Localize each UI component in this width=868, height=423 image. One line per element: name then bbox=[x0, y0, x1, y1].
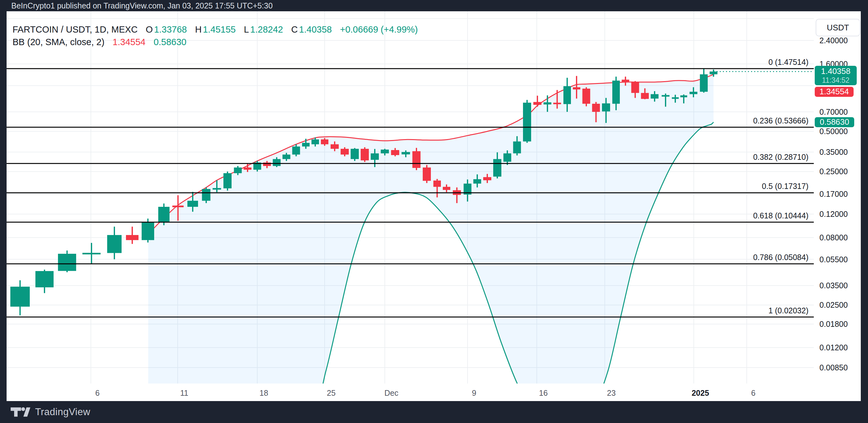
bb-lower-value: 0.58630 bbox=[154, 37, 186, 47]
fib-level-label: 0.5 (0.17317) bbox=[762, 182, 808, 191]
bar-countdown: 11:34:52 bbox=[822, 76, 849, 84]
price-tick-label: 0.01800 bbox=[819, 320, 848, 329]
candle-nov-28 bbox=[351, 148, 359, 161]
time-axis-label: 6 bbox=[751, 389, 755, 398]
ohlc-low: L1.28242 bbox=[244, 25, 283, 35]
chart-legend: FARTCOIN / USDT, 1D, MEXC O1.33768 H1.45… bbox=[12, 25, 418, 50]
attribution-text: BeInCrypto1 published on TradingView.com… bbox=[11, 1, 273, 10]
bb-lower-badge: 0.58630 bbox=[815, 117, 854, 127]
fib-level-label: 1 (0.02032) bbox=[768, 306, 808, 315]
last-price-value: 1.40358 bbox=[821, 67, 850, 76]
tradingview-logo-text[interactable]: TradingView bbox=[35, 406, 90, 418]
price-tick-label: 0.03500 bbox=[819, 281, 848, 290]
plot-area[interactable] bbox=[7, 11, 814, 401]
bb-upper-value: 1.34554 bbox=[113, 37, 146, 47]
change-value: +0.06669 (+4.99%) bbox=[340, 25, 418, 35]
chart-surface[interactable]: 2.400001.600000.700000.500000.350000.250… bbox=[7, 11, 861, 401]
time-axis-label: 16 bbox=[539, 389, 548, 398]
price-tick-label: 0.05500 bbox=[819, 255, 848, 264]
fib-level-label: 0.382 (0.28710) bbox=[753, 153, 808, 162]
price-tick-label: 0.01200 bbox=[819, 343, 848, 352]
price-chart-svg[interactable] bbox=[7, 11, 861, 401]
time-axis-label: 6 bbox=[95, 389, 100, 398]
time-axis-label: 9 bbox=[472, 389, 476, 398]
candle-nov-15 bbox=[223, 172, 231, 190]
price-tick-label: 0.12000 bbox=[819, 210, 848, 219]
price-tick-label: 0.00850 bbox=[819, 363, 848, 372]
symbol-title[interactable]: FARTCOIN / USDT, 1D, MEXC bbox=[12, 25, 137, 35]
legend-indicator-row: BB (20, SMA, close, 2) 1.34554 0.58630 bbox=[12, 37, 418, 47]
tradingview-logo-icon[interactable] bbox=[11, 406, 31, 418]
price-tick-label: 0.35000 bbox=[819, 148, 848, 157]
candle-dec-4 bbox=[412, 148, 421, 170]
time-axis-label: 11 bbox=[180, 389, 188, 398]
fib-level-label: 0.618 (0.10444) bbox=[753, 211, 808, 220]
candle-nov-8 bbox=[126, 226, 138, 244]
fib-level-label: 0 (1.47514) bbox=[768, 58, 808, 67]
bb-indicator-title[interactable]: BB (20, SMA, close, 2) bbox=[12, 37, 104, 47]
time-axis-label: 2025 bbox=[691, 389, 709, 398]
candle-nov-29 bbox=[361, 147, 369, 162]
fib-level-label: 0.236 (0.53666) bbox=[753, 116, 808, 125]
candle-nov-7 bbox=[107, 226, 122, 259]
candle-nov-4 bbox=[35, 270, 54, 293]
last-price-badge: 1.40358 11:34:52 bbox=[815, 66, 857, 85]
price-tick-label: 0.08000 bbox=[819, 233, 848, 242]
candle-nov-5 bbox=[58, 250, 76, 272]
ohlc-open: O1.33768 bbox=[146, 25, 187, 35]
legend-symbol-row: FARTCOIN / USDT, 1D, MEXC O1.33768 H1.45… bbox=[12, 25, 418, 35]
ohlc-high: H1.45155 bbox=[195, 25, 236, 35]
price-tick-label: 0.50000 bbox=[819, 127, 848, 136]
price-tick-label: 0.25000 bbox=[819, 167, 848, 176]
price-tick-label: 2.40000 bbox=[819, 36, 848, 45]
time-axis-label: 18 bbox=[259, 389, 268, 398]
time-axis-label: 23 bbox=[607, 389, 616, 398]
time-axis-label: 25 bbox=[327, 389, 336, 398]
candle-jan-2 bbox=[700, 69, 708, 93]
candle-dec-15 bbox=[523, 100, 531, 143]
candle-dec-5 bbox=[423, 165, 431, 183]
currency-toggle-button[interactable]: USDT bbox=[816, 19, 860, 36]
price-tick-label: 0.17000 bbox=[819, 189, 848, 198]
candle-nov-6 bbox=[83, 243, 101, 264]
price-tick-label: 0.70000 bbox=[819, 107, 848, 116]
footer-bar: TradingView bbox=[0, 401, 868, 423]
ohlc-close: C1.40358 bbox=[291, 25, 332, 35]
fib-level-label: 0.786 (0.05084) bbox=[753, 253, 808, 262]
price-tick-label: 0.02500 bbox=[819, 301, 848, 309]
bb-upper-badge: 1.34554 bbox=[815, 87, 854, 97]
tradingview-published-chart: BeInCrypto1 published on TradingView.com… bbox=[0, 0, 868, 423]
attribution-bar: BeInCrypto1 published on TradingView.com… bbox=[0, 0, 868, 11]
candle-dec-21 bbox=[583, 87, 590, 106]
time-axis-label: Dec bbox=[384, 389, 398, 398]
